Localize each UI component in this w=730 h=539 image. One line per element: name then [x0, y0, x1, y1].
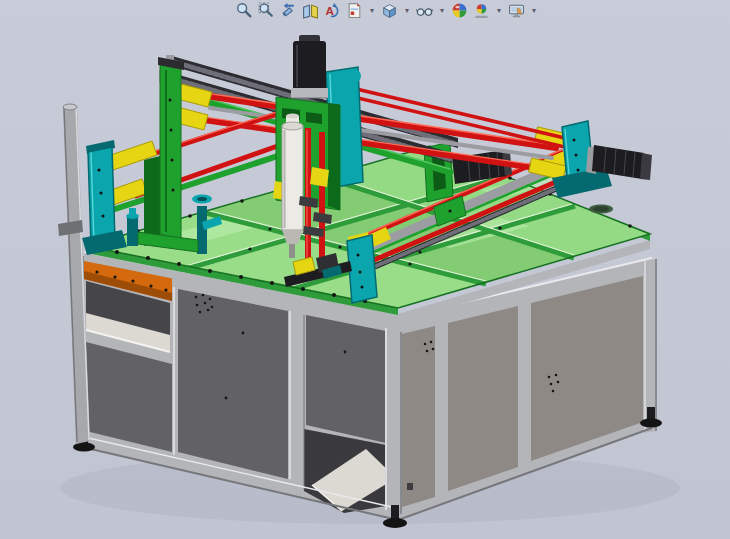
hide-show-items-icon[interactable]: [416, 2, 433, 19]
zoom-to-area-icon[interactable]: [258, 2, 275, 19]
table-clamp-short: [126, 208, 139, 246]
dynamic-annotation-views-icon[interactable]: A: [324, 2, 341, 19]
dropdown-arrow-icon[interactable]: ▾: [403, 2, 411, 19]
z-guide-rod: [319, 132, 325, 268]
zoom-to-fit-icon[interactable]: [236, 2, 253, 19]
view-settings-icon[interactable]: [508, 2, 525, 19]
heads-up-view-toolbar: A ▾ ▾ ▾: [236, 1, 538, 19]
dropdown-arrow-icon[interactable]: ▾: [368, 2, 376, 19]
previous-view-icon[interactable]: [280, 2, 297, 19]
dropdown-arrow-icon[interactable]: ▾: [495, 2, 503, 19]
model-3d-view[interactable]: [0, 0, 730, 539]
right-rear-upright: [552, 121, 652, 198]
cad-viewport[interactable]: A ▾ ▾ ▾: [0, 0, 730, 539]
apply-scene-icon[interactable]: [473, 2, 490, 19]
spindle-tip: [289, 244, 295, 258]
vent-hole: [589, 205, 613, 214]
z-stepper-motor: [293, 41, 326, 91]
corner-post: [385, 327, 402, 515]
x-gantry-beams: [159, 55, 590, 180]
display-style-icon[interactable]: [381, 2, 398, 19]
dropdown-arrow-icon[interactable]: ▾: [438, 2, 446, 19]
section-view-icon[interactable]: [302, 2, 319, 19]
edit-appearance-icon[interactable]: [451, 2, 468, 19]
dropdown-arrow-icon[interactable]: ▾: [530, 2, 538, 19]
view-orientation-icon[interactable]: [346, 2, 363, 19]
